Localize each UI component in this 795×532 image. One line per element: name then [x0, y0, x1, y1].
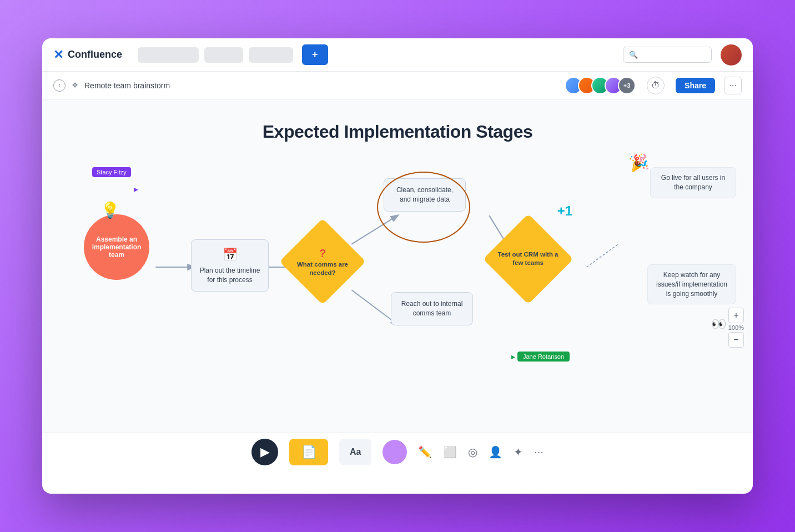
node-circle-assemble: 💡 Assemble an implementation team [84, 214, 150, 281]
collaborator-count: +3 [618, 77, 636, 94]
note-keep-watch: Keep watch for any issues/if implementat… [647, 264, 736, 304]
more-tools-button[interactable]: ··· [534, 445, 544, 458]
star-tool[interactable]: ✦ [514, 445, 523, 459]
nav-pill-1[interactable] [138, 47, 199, 63]
logo: ✕ Confluence [53, 48, 122, 62]
frame-tool[interactable]: ⬜ [443, 445, 457, 459]
share-button[interactable]: Share [676, 78, 715, 93]
zoom-in-button[interactable]: + [728, 308, 744, 323]
play-button[interactable]: ▶ [251, 439, 278, 465]
notes-tool[interactable]: 📄 [289, 439, 328, 465]
collaborator-avatars: +3 [565, 77, 636, 94]
confluence-logo-icon: ✕ [53, 48, 63, 62]
zoom-level-display: 100% [728, 324, 744, 331]
canvas-area[interactable]: Expected Implementation Stages [42, 99, 753, 433]
nav-pill-3[interactable] [249, 47, 293, 63]
lightbulb-icon: 💡 [100, 201, 120, 219]
shape-tool[interactable] [383, 440, 407, 464]
node-diamond-crm: +1 Test out CRM with a few teams [492, 220, 564, 298]
stacy-cursor-icon: ▸ [134, 184, 138, 194]
note-go-live: Go live for all users in the company [650, 167, 736, 198]
question-icon: ? [291, 246, 354, 260]
notes-icon: 📄 [301, 445, 316, 459]
add-button[interactable]: + [302, 44, 328, 65]
top-nav: ✕ Confluence + 🔍 [42, 38, 753, 72]
node-rect-timeline: 📅 Plan out the timeline for this process [191, 239, 269, 292]
person-tool[interactable]: 👤 [489, 445, 502, 459]
target-tool[interactable]: ◎ [468, 445, 477, 459]
calendar-icon: 📅 [199, 247, 260, 264]
nav-pill-2[interactable] [204, 47, 243, 63]
app-name: Confluence [68, 49, 122, 61]
pen-tool[interactable]: ✏️ [418, 445, 432, 459]
second-toolbar: ‹ ⌖ Remote team brainstorm +3 ⏱ Share ··… [42, 72, 753, 99]
jane-user-label: Jane Rotanson [517, 352, 570, 362]
jane-cursor-icon: ▸ [511, 352, 515, 361]
node-rect-comms: Reach out to internal comms team [391, 292, 473, 325]
eyes-icon: 👀 [711, 317, 726, 332]
node-rect-migrate: Clean, consolidate, and migrate data [384, 178, 466, 212]
zoom-out-button[interactable]: − [728, 332, 744, 348]
history-button[interactable]: ⏱ [647, 77, 665, 94]
search-icon: 🔍 [629, 51, 638, 59]
play-icon: ▶ [260, 445, 270, 459]
nav-pills [138, 47, 293, 63]
sidebar-toggle-button[interactable]: ‹ [53, 79, 66, 92]
text-icon: Aa [350, 447, 361, 457]
stacy-user-label: Stacy Fitzy [92, 167, 131, 177]
breadcrumb: Remote team brainstorm [84, 81, 170, 90]
jane-user-area: ▸ Jane Rotanson [511, 352, 570, 362]
zoom-controls: + 100% − [728, 308, 744, 348]
more-options-button[interactable]: ··· [724, 77, 742, 94]
plus-one-badge: +1 [557, 203, 572, 219]
diagram-type-icon: ⌖ [72, 79, 78, 91]
assemble-team-node: Assemble an implementation team [84, 214, 149, 280]
svg-line-5 [587, 244, 618, 267]
node-diamond-comms: ? What comms are needed? [286, 225, 359, 298]
canvas-title: Expected Implementation Stages [42, 99, 753, 142]
user-avatar-top[interactable] [721, 44, 742, 66]
text-tool[interactable]: Aa [339, 439, 371, 465]
search-box[interactable]: 🔍 [623, 47, 712, 63]
party-icon: 🎉 [627, 152, 650, 173]
flow-diagram: Stacy Fitzy ▸ 💡 Assemble an implementati… [42, 148, 753, 387]
browser-window: ✕ Confluence + 🔍 ‹ ⌖ Remote team brainst… [42, 38, 753, 494]
bottom-toolbar: ▶ 📄 Aa ✏️ ⬜ ◎ 👤 ✦ ··· [42, 433, 753, 470]
